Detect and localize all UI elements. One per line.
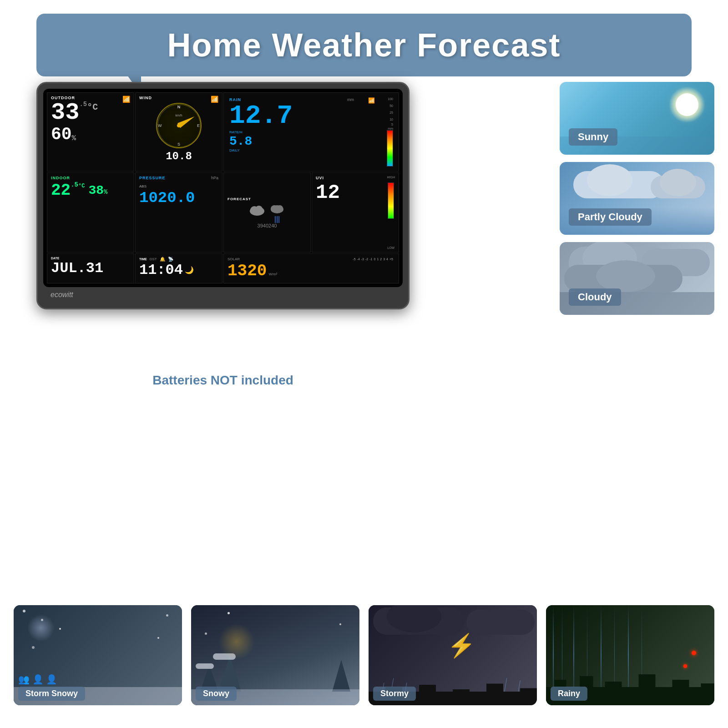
pressure-value: 1020.0 xyxy=(139,189,218,207)
condition-card-snowy: Snowy xyxy=(191,605,359,705)
uvi-label: UVI xyxy=(316,176,385,180)
uvi-section: UVI 12 HIGH LOW xyxy=(312,172,399,253)
date-value: JUL.31 xyxy=(51,260,130,277)
solar-section: SOLAR -5 -4 -3 -2 -1 0 1 2 3 4 +5 xyxy=(223,253,399,283)
outdoor-section: OUTDOOR 📶 33.5°C 60% xyxy=(47,92,134,172)
wind-section: WIND 📶 N S W E km/h 10.8 xyxy=(135,92,222,172)
forecast-number: 3940240 xyxy=(258,223,277,228)
svg-point-5 xyxy=(277,205,283,212)
forecast-icons: ||| xyxy=(249,204,285,223)
header-bubble: Home Weather Forecast xyxy=(36,14,692,76)
device-brand: ecowitt xyxy=(43,287,403,303)
stormy-label: Stormy xyxy=(380,689,409,698)
bottom-cards: 👥 👤 👤 Storm Snowy Snowy xyxy=(14,605,714,705)
people-silhouette-icon: 👥 👤 👤 xyxy=(18,674,57,685)
stormy-label-box: Stormy xyxy=(373,687,416,701)
indoor-temperature: 22.5°C xyxy=(51,181,85,200)
rain-color-bar xyxy=(387,130,393,167)
batteries-text: Batteries NOT included xyxy=(36,373,410,388)
device-container: OUTDOOR 📶 33.5°C 60% WIND 📶 N S W E xyxy=(36,82,410,309)
solar-unit: W/m² xyxy=(268,272,277,276)
conditions-panel: Sunny Partly Cloudy Cloudy xyxy=(560,82,714,315)
condition-card-storm-snowy: 👥 👤 👤 Storm Snowy xyxy=(14,605,182,705)
partly-cloudy-label: Partly Cloudy xyxy=(578,211,642,222)
snowy-label-box: Snowy xyxy=(196,687,237,701)
outdoor-humidity: 60% xyxy=(51,125,130,144)
indoor-label: INDOOR xyxy=(51,176,130,180)
device-screen: OUTDOOR 📶 33.5°C 60% WIND 📶 N S W E xyxy=(43,89,403,287)
rain-section: RAIN mm 📶 12.7 RATE/H 5.8 DAILY 100 50 2… xyxy=(223,92,399,172)
compass: N S W E km/h xyxy=(156,103,202,148)
traffic-light-red xyxy=(692,651,696,655)
svg-point-2 xyxy=(255,206,263,213)
rain-daily-value: 5.8 xyxy=(229,134,375,148)
solar-scale: -5 -4 -3 -2 -1 0 1 2 3 4 +5 xyxy=(351,257,395,262)
sunny-label-box: Sunny xyxy=(569,128,617,146)
rainy-label: Rainy xyxy=(558,689,580,698)
condition-card-rainy: Rainy xyxy=(546,605,714,705)
rain-value: 12.7 xyxy=(229,103,375,129)
outdoor-temperature: 33.5°C xyxy=(51,101,130,125)
compass-center xyxy=(177,124,181,127)
storm-snowy-label-box: Storm Snowy xyxy=(18,687,85,701)
solar-value: 1320 xyxy=(228,262,267,280)
rain-signal-icon: 📶 xyxy=(368,97,375,104)
time-value: 11:04 🌙 xyxy=(139,262,218,278)
wind-signal-icon: 📶 xyxy=(211,96,218,103)
cloudy-label: Cloudy xyxy=(578,291,612,303)
alarm-icon: 🔔 xyxy=(160,257,165,262)
solar-label: SOLAR xyxy=(228,257,240,261)
snowy-label: Snowy xyxy=(203,689,229,698)
signal-icon: 📶 xyxy=(122,96,130,103)
wind-label: WIND xyxy=(139,96,152,100)
time-section: TIME DST 🔔 📡 11:04 🌙 xyxy=(135,253,222,283)
rain-rate-label: RATE/H xyxy=(229,130,375,134)
wifi-icon: 📡 xyxy=(168,257,173,262)
pressure-section: PRESSURE ABS hPa 1020.0 xyxy=(135,172,222,253)
condition-card-sunny: Sunny xyxy=(560,82,714,155)
uvi-bar xyxy=(388,182,394,219)
condition-card-cloudy: Cloudy xyxy=(560,242,714,315)
rainy-label-box: Rainy xyxy=(551,687,587,701)
uvi-value: 12 xyxy=(316,181,385,204)
sun-core xyxy=(676,93,698,116)
forecast-label: FORECAST xyxy=(228,197,251,201)
condition-card-stormy: ⚡ Stormy xyxy=(369,605,537,705)
cloud-icon xyxy=(249,204,265,216)
page-title: Home Weather Forecast xyxy=(167,26,561,64)
date-section: DATE JUL.31 xyxy=(47,253,134,283)
sunny-label: Sunny xyxy=(578,131,608,142)
wind-speed: 10.8 xyxy=(166,150,192,162)
condition-card-partly-cloudy: Partly Cloudy xyxy=(560,162,714,235)
partly-cloudy-label-box: Partly Cloudy xyxy=(569,208,652,226)
indoor-section: INDOOR 22.5°C 38% xyxy=(47,172,134,253)
pressure-label: PRESSURE xyxy=(139,176,218,180)
moon-icon: 🌙 xyxy=(185,266,194,275)
indoor-humidity: 38% xyxy=(88,183,107,197)
weather-device: OUTDOOR 📶 33.5°C 60% WIND 📶 N S W E xyxy=(36,82,410,309)
storm-snowy-label: Storm Snowy xyxy=(25,689,78,698)
forecast-section: FORECAST ||| xyxy=(223,172,311,253)
rain-cloud-icon xyxy=(269,204,285,216)
lightning-icon: ⚡ xyxy=(447,632,475,659)
cloudy-label-box: Cloudy xyxy=(569,288,621,306)
